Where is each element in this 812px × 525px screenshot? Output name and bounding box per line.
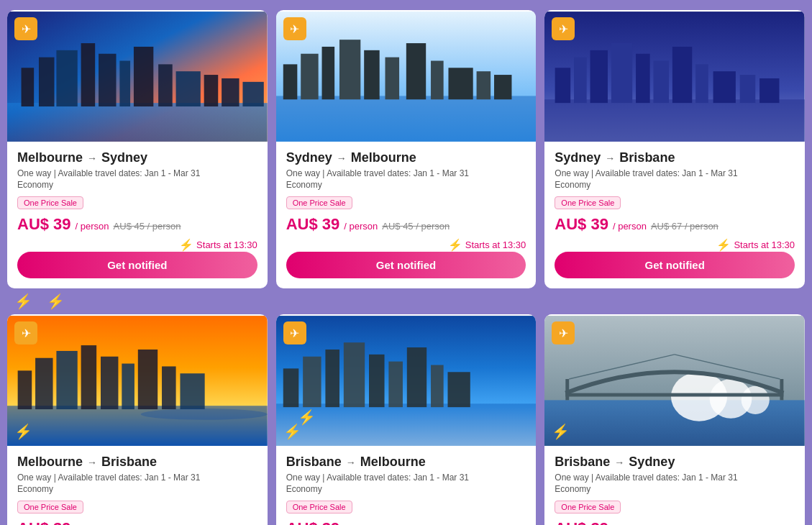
price-bri-syd: AU$ 39 (555, 519, 608, 525)
svg-rect-4 (56, 50, 77, 106)
notify-button-syd-bri[interactable]: Get notified (555, 252, 795, 278)
sale-badge-mel-syd: One Price Sale (17, 196, 83, 209)
svg-rect-69 (566, 379, 570, 400)
svg-rect-34 (654, 61, 670, 104)
route-bri-syd: Brisbane → Sydney (555, 455, 795, 470)
arrow-icon-syd-bri: → (605, 152, 615, 164)
to-city-mel-syd: Sydney (101, 150, 147, 165)
plane-badge-bri-syd: ✈ (552, 321, 575, 344)
svg-rect-18 (321, 47, 334, 99)
from-city-bri-mel: Brisbane (286, 455, 342, 470)
plane-icon: ✈ (559, 22, 568, 36)
svg-rect-46 (101, 357, 118, 409)
card-image-syd-bri: ✈ (544, 10, 805, 143)
card-image-syd-mel: ✈ (276, 10, 537, 143)
svg-rect-12 (222, 78, 239, 106)
plane-badge-bri-mel: ✈ (283, 321, 306, 344)
flight-card-syd-bri: ✈ Sydney → Brisbane One way | Available … (544, 10, 805, 288)
travel-info-bri-syd: One way | Available travel dates: Jan 1 … (555, 472, 795, 483)
sale-badge-syd-bri: One Price Sale (555, 196, 621, 209)
to-city-bri-syd: Sydney (629, 455, 675, 470)
plane-icon: ✈ (22, 22, 31, 36)
svg-rect-2 (22, 68, 35, 106)
svg-point-67 (742, 386, 770, 414)
svg-rect-56 (325, 350, 339, 407)
class-syd-bri: Economy (555, 180, 795, 190)
notify-button-syd-mel[interactable]: Get notified (286, 252, 526, 278)
price-row-syd-mel: AU$ 39 / person AU$ 45 / person (286, 215, 526, 234)
from-city-mel-bri: Melbourne (17, 455, 83, 470)
svg-rect-68 (566, 393, 784, 397)
price-original-mel-syd: AU$ 45 / person (114, 221, 181, 232)
plane-badge-syd-bri: ✈ (552, 17, 575, 40)
price-unit-syd-bri: / person (613, 221, 647, 232)
travel-info-bri-mel: One way | Available travel dates: Jan 1 … (286, 472, 526, 483)
svg-rect-17 (301, 54, 318, 100)
starts-at-syd-bri: Starts at 13:30 (734, 239, 795, 250)
starts-at-mel-syd: Starts at 13:30 (196, 239, 257, 250)
card-body-syd-bri: Sydney → Brisbane One way | Available tr… (544, 143, 805, 288)
svg-rect-32 (611, 43, 632, 103)
svg-rect-15 (276, 96, 537, 142)
svg-point-51 (141, 408, 268, 420)
svg-rect-48 (138, 350, 158, 409)
price-row-mel-bri: AU$ 39 / person AU$ 84 / person (17, 519, 257, 525)
lightning-icon-1: ⚡ (14, 293, 32, 310)
lightning-overlay2: ⚡ (298, 408, 316, 426)
svg-rect-19 (339, 40, 360, 99)
card-body-bri-mel: Brisbane → Melbourne One way | Available… (276, 447, 537, 525)
svg-rect-20 (364, 50, 380, 99)
svg-rect-45 (81, 345, 97, 409)
flight-card-bri-mel: ✈ ⚡ ⚡ Brisbane → Melbourne One way | Ava… (276, 314, 537, 525)
svg-rect-59 (388, 362, 403, 408)
route-bri-mel: Brisbane → Melbourne (286, 455, 526, 470)
arrow-icon-mel-bri: → (87, 457, 97, 468)
from-city-syd-bri: Sydney (555, 150, 601, 165)
lightning-starts-syd-bri: ⚡ (716, 238, 731, 252)
arrow-icon-bri-syd: → (614, 457, 624, 468)
plane-badge-mel-bri: ✈ (14, 321, 37, 344)
plane-icon: ✈ (290, 327, 299, 340)
svg-rect-5 (81, 43, 96, 106)
to-city-syd-mel: Melbourne (351, 150, 416, 165)
svg-rect-55 (303, 357, 321, 407)
plane-icon: ✈ (22, 327, 31, 340)
travel-info-syd-mel: One way | Available travel dates: Jan 1 … (286, 168, 526, 178)
svg-rect-25 (476, 71, 491, 99)
sale-badge-mel-bri: One Price Sale (17, 501, 83, 513)
svg-rect-44 (56, 351, 77, 409)
from-city-bri-syd: Brisbane (555, 455, 610, 470)
arrow-icon-syd-mel: → (337, 152, 347, 164)
svg-rect-1 (7, 103, 268, 142)
card-image-bri-mel: ✈ ⚡ ⚡ (276, 314, 537, 447)
notify-button-mel-syd[interactable]: Get notified (17, 252, 257, 278)
svg-rect-10 (176, 71, 201, 106)
to-city-bri-mel: Melbourne (360, 455, 426, 470)
svg-rect-30 (574, 58, 587, 104)
sale-badge-syd-mel: One Price Sale (286, 196, 352, 209)
svg-rect-28 (544, 99, 805, 142)
svg-rect-50 (180, 373, 204, 409)
price-bri-mel: AU$ 39 (286, 519, 340, 525)
price-syd-mel: AU$ 39 (286, 215, 340, 234)
from-city-mel-syd: Melbourne (17, 150, 83, 165)
class-mel-syd: Economy (17, 180, 257, 190)
price-syd-bri: AU$ 39 (555, 215, 608, 234)
price-unit-mel-syd: / person (76, 221, 109, 232)
lightning-starts-syd-mel: ⚡ (448, 238, 462, 252)
svg-rect-9 (158, 64, 173, 106)
arrow-icon-bri-mel: → (346, 457, 356, 468)
svg-rect-22 (406, 43, 425, 99)
route-mel-syd: Melbourne → Sydney (17, 150, 257, 165)
card-body-mel-bri: Melbourne → Brisbane One way | Available… (7, 447, 268, 525)
plane-badge-syd-mel: ✈ (283, 17, 306, 40)
flight-card-mel-bri: ✈ ⚡ Melbourne → Brisbane One way | Avail… (7, 314, 268, 525)
svg-rect-58 (369, 355, 385, 407)
card-image-mel-bri: ✈ ⚡ (7, 314, 268, 447)
travel-info-mel-syd: One way | Available travel dates: Jan 1 … (17, 168, 257, 178)
to-city-mel-bri: Brisbane (101, 455, 157, 470)
svg-rect-31 (590, 50, 608, 103)
class-mel-bri: Economy (17, 484, 257, 494)
plane-badge-mel-syd: ✈ (14, 17, 37, 40)
svg-rect-6 (99, 54, 116, 106)
